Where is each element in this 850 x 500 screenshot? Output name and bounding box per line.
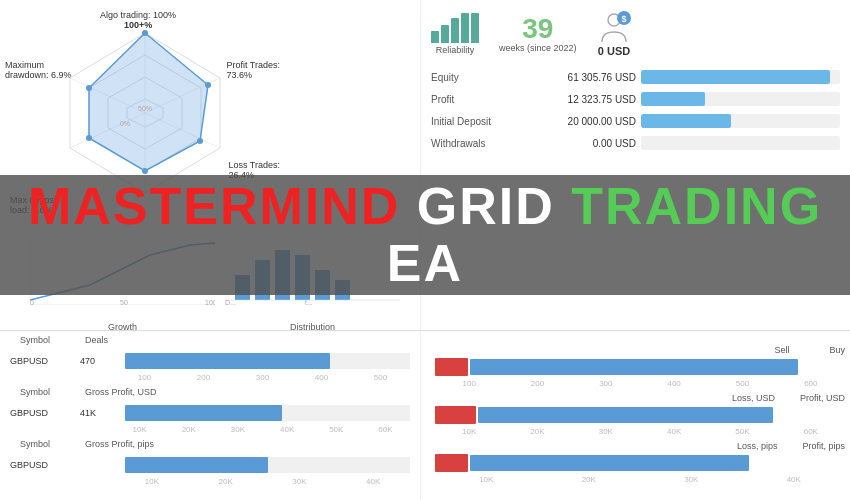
svg-text:t...: t...: [305, 299, 313, 305]
equity-value: 61 305.76 USD: [526, 72, 636, 83]
svg-text:50%: 50%: [138, 105, 152, 112]
deals-header: Symbol Deals: [10, 335, 410, 349]
svg-text:0: 0: [30, 299, 34, 305]
equity-row: Equity 61 305.76 USD: [431, 70, 840, 84]
weeks-number: 39: [522, 15, 553, 43]
profit-value: 12 323.75 USD: [526, 94, 636, 105]
equity-label: Equity: [431, 72, 521, 83]
gp-pips-bar-container: [125, 457, 410, 473]
loss-profit-usd-axis: 10K 20K 30K 40K 50K 60K: [435, 427, 845, 436]
sell-buy-axis: 100 200 300 400 500 600: [435, 379, 845, 388]
gross-profit-pips-section: Symbol Gross Profit, pips GBPUSD 10K 20K…: [0, 439, 420, 486]
gp-usd-axis: 10K 20K 30K 40K 50K 60K: [10, 425, 410, 434]
gp-usd-value: 41K: [80, 408, 120, 418]
sell-buy-section: Sell Buy 100 200 300 400 500 600: [430, 345, 850, 388]
gross-profit-usd-section: Symbol Gross Profit, USD GBPUSD 41K 10K …: [0, 387, 420, 434]
banner-text: MASTERMIND GRID TRADING EA: [28, 178, 822, 292]
svg-point-14: [142, 168, 148, 174]
withdrawals-bar-container: [641, 136, 840, 150]
deals-symbol: GBPUSD: [10, 356, 75, 366]
profit-usd-header: Profit, USD: [800, 393, 845, 403]
gp-usd-bar: [125, 405, 282, 421]
loss-profit-pips-section: Loss, pips Profit, pips 10K 20K 30K 40K: [430, 441, 850, 484]
financial-stats: Equity 61 305.76 USD Profit 12 323.75 US…: [431, 70, 840, 158]
deals-section: Symbol Deals GBPUSD 470 100 200 300 400 …: [0, 335, 420, 382]
loss-pips-bar: [435, 454, 468, 472]
profit-usd-bar: [478, 407, 773, 423]
gp-pips-axis: 10K 20K 30K 40K: [10, 477, 410, 486]
left-bottom-charts: Symbol Deals GBPUSD 470 100 200 300 400 …: [0, 330, 420, 486]
buy-header: Buy: [829, 345, 845, 355]
svg-text:$: $: [621, 14, 626, 24]
usd-block: $ 0 USD: [597, 10, 632, 57]
loss-profit-pips-axis: 10K 20K 30K 40K: [435, 475, 845, 484]
svg-text:D...: D...: [225, 299, 236, 305]
gp-usd-value-header: Gross Profit, USD: [85, 387, 175, 401]
reliability-bars: [431, 13, 479, 43]
overlay-banner: MASTERMIND GRID TRADING EA: [0, 175, 850, 295]
reliability-label: Reliability: [436, 45, 475, 55]
profit-label: Profit: [431, 94, 521, 105]
initial-deposit-label: Initial Deposit: [431, 116, 521, 127]
loss-profit-pips-header: Loss, pips Profit, pips: [435, 441, 845, 451]
banner-ea: EA: [28, 235, 822, 292]
banner-mastermind: MASTERMIND: [28, 177, 400, 235]
banner-grid-text: GRID: [417, 177, 555, 235]
gp-usd-row: GBPUSD 41K: [10, 403, 410, 423]
deals-count: 470: [80, 356, 120, 366]
gp-pips-bar: [125, 457, 268, 473]
weeks-label: weeks (since 2022): [499, 43, 577, 53]
weeks-block: 39 weeks (since 2022): [499, 15, 577, 53]
initial-deposit-bar-container: [641, 114, 840, 128]
gp-pips-row: GBPUSD: [10, 455, 410, 475]
loss-usd-header: Loss, USD: [732, 393, 775, 403]
equity-bar-container: [641, 70, 840, 84]
buy-bar: [470, 359, 798, 375]
gp-usd-bar-container: [125, 405, 410, 421]
initial-deposit-bar: [641, 114, 731, 128]
usd-amount: 0 USD: [598, 45, 630, 57]
loss-profit-usd-section: Loss, USD Profit, USD 10K 20K 30K 40K 50…: [430, 393, 850, 436]
withdrawals-label: Withdrawals: [431, 138, 521, 149]
loss-usd-bar: [435, 406, 476, 424]
usd-icon: $: [597, 10, 632, 45]
withdrawals-value: 0.00 USD: [526, 138, 636, 149]
initial-deposit-row: Initial Deposit 20 000.00 USD: [431, 114, 840, 128]
svg-point-15: [86, 135, 92, 141]
reliability-block: Reliability: [431, 13, 479, 55]
profit-pips-bar: [470, 455, 749, 471]
svg-text:50: 50: [120, 299, 128, 305]
sell-buy-header: Sell Buy: [435, 345, 845, 355]
rel-bar-3: [451, 18, 459, 43]
profit-bar: [641, 92, 705, 106]
equity-bar: [641, 70, 830, 84]
sell-header: Sell: [774, 345, 789, 355]
deals-bar-container: [125, 353, 410, 369]
sell-buy-row: [435, 357, 845, 377]
gross-profit-usd-header: Symbol Gross Profit, USD: [10, 387, 410, 401]
deals-row: GBPUSD 470: [10, 351, 410, 371]
svg-point-12: [205, 82, 211, 88]
svg-point-16: [86, 85, 92, 91]
svg-text:0%: 0%: [120, 120, 130, 127]
svg-point-13: [197, 138, 203, 144]
deals-symbol-header: Symbol: [20, 335, 85, 349]
loss-profit-pips-row: [435, 453, 845, 473]
gp-pips-symbol: GBPUSD: [10, 460, 75, 470]
loss-pips-header: Loss, pips: [737, 441, 778, 451]
svg-point-11: [142, 30, 148, 36]
rel-bar-5: [471, 13, 479, 43]
right-bottom-charts: Sell Buy 100 200 300 400 500 600 Loss, U…: [430, 340, 850, 484]
gp-pips-value-header: Gross Profit, pips: [85, 439, 175, 453]
main-container: Algo trading: 100% 100+% Maximum drawdow…: [0, 0, 850, 500]
deals-bar: [125, 353, 330, 369]
initial-deposit-value: 20 000.00 USD: [526, 116, 636, 127]
rel-bar-1: [431, 31, 439, 43]
rel-bar-4: [461, 13, 469, 43]
loss-profit-usd-row: [435, 405, 845, 425]
gp-usd-symbol-header: Symbol: [20, 387, 85, 401]
gross-profit-pips-header: Symbol Gross Profit, pips: [10, 439, 410, 453]
deals-axis: 100 200 300 400 500: [10, 373, 410, 382]
rel-bar-2: [441, 25, 449, 43]
withdrawals-row: Withdrawals 0.00 USD: [431, 136, 840, 150]
